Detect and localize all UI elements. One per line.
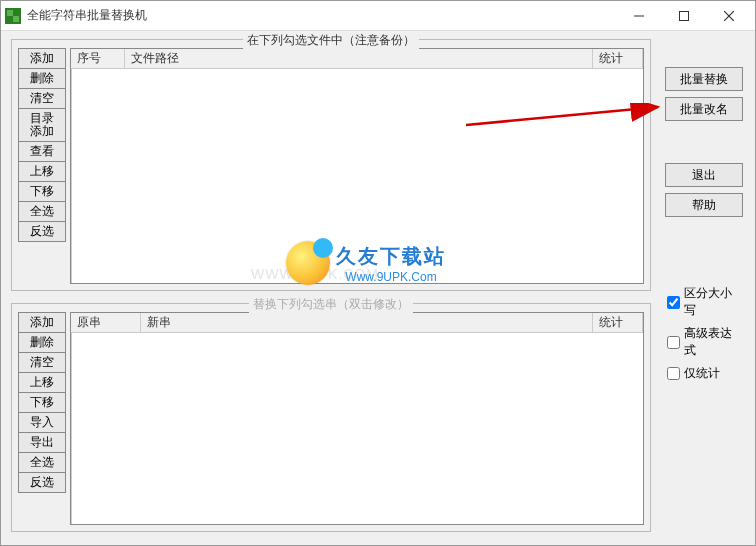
advanced-expr-label: 高级表达式 — [684, 325, 743, 359]
stat-only-input[interactable] — [667, 367, 680, 380]
right-pane: 批量替换 批量改名 退出 帮助 区分大小写 高级表达式 仅统计 — [665, 67, 743, 388]
clear-strings-button[interactable]: 清空 — [18, 352, 66, 373]
strings-panel: 添加 删除 清空 上移 下移 导入 导出 全选 反选 原串 新串 — [18, 312, 644, 525]
files-panel: 添加 删除 清空 目录 添加 查看 上移 下移 全选 反选 序号 文件路径 — [18, 48, 644, 284]
close-button[interactable] — [706, 2, 751, 30]
app-window: 全能字符串批量替换机 在下列勾选文件中（注意备份） 添加 删除 — [0, 0, 756, 546]
batch-replace-button[interactable]: 批量替换 — [665, 67, 743, 91]
import-button[interactable]: 导入 — [18, 412, 66, 433]
window-title: 全能字符串批量替换机 — [27, 7, 616, 24]
delete-file-button[interactable]: 删除 — [18, 68, 66, 89]
stat-only-label: 仅统计 — [684, 365, 720, 382]
add-string-button[interactable]: 添加 — [18, 312, 66, 333]
move-down-string-button[interactable]: 下移 — [18, 392, 66, 413]
col-seq[interactable]: 序号 — [71, 49, 125, 68]
titlebar: 全能字符串批量替换机 — [1, 1, 755, 31]
col-path[interactable]: 文件路径 — [125, 49, 593, 68]
files-list[interactable]: 序号 文件路径 统计 — [70, 48, 644, 284]
export-button[interactable]: 导出 — [18, 432, 66, 453]
files-side-buttons: 添加 删除 清空 目录 添加 查看 上移 下移 全选 反选 — [18, 48, 66, 284]
move-up-string-button[interactable]: 上移 — [18, 372, 66, 393]
client-area: 在下列勾选文件中（注意备份） 添加 删除 清空 目录 添加 查看 上移 下移 全… — [1, 31, 755, 545]
move-up-file-button[interactable]: 上移 — [18, 161, 66, 182]
files-fieldset-legend: 在下列勾选文件中（注意备份） — [243, 32, 419, 49]
strings-fieldset-legend: 替换下列勾选串（双击修改） — [249, 296, 413, 313]
delete-string-button[interactable]: 删除 — [18, 332, 66, 353]
select-all-strings-button[interactable]: 全选 — [18, 452, 66, 473]
strings-fieldset: 替换下列勾选串（双击修改） 添加 删除 清空 上移 下移 导入 导出 全选 反选 — [11, 303, 651, 532]
maximize-button[interactable] — [661, 2, 706, 30]
strings-list[interactable]: 原串 新串 统计 — [70, 312, 644, 525]
minimize-button[interactable] — [616, 2, 661, 30]
help-button[interactable]: 帮助 — [665, 193, 743, 217]
app-icon — [5, 8, 21, 24]
files-fieldset: 在下列勾选文件中（注意备份） 添加 删除 清空 目录 添加 查看 上移 下移 全… — [11, 39, 651, 291]
view-button[interactable]: 查看 — [18, 141, 66, 162]
advanced-expr-checkbox[interactable]: 高级表达式 — [667, 325, 743, 359]
strings-list-header: 原串 新串 统计 — [71, 313, 643, 333]
case-sensitive-input[interactable] — [667, 296, 680, 309]
case-sensitive-checkbox[interactable]: 区分大小写 — [667, 285, 743, 319]
move-down-file-button[interactable]: 下移 — [18, 181, 66, 202]
batch-rename-button[interactable]: 批量改名 — [665, 97, 743, 121]
files-list-body[interactable] — [71, 69, 643, 283]
stat-only-checkbox[interactable]: 仅统计 — [667, 365, 743, 382]
main-content: 在下列勾选文件中（注意备份） 添加 删除 清空 目录 添加 查看 上移 下移 全… — [11, 39, 651, 532]
strings-side-buttons: 添加 删除 清空 上移 下移 导入 导出 全选 反选 — [18, 312, 66, 525]
col-original[interactable]: 原串 — [71, 313, 141, 332]
svg-rect-1 — [679, 11, 688, 20]
invert-files-button[interactable]: 反选 — [18, 221, 66, 242]
invert-strings-button[interactable]: 反选 — [18, 472, 66, 493]
exit-button[interactable]: 退出 — [665, 163, 743, 187]
advanced-expr-input[interactable] — [667, 336, 680, 349]
col-stat[interactable]: 统计 — [593, 49, 643, 68]
window-controls — [616, 2, 751, 30]
add-folder-button[interactable]: 目录 添加 — [18, 108, 66, 142]
add-file-button[interactable]: 添加 — [18, 48, 66, 69]
col-new[interactable]: 新串 — [141, 313, 593, 332]
select-all-files-button[interactable]: 全选 — [18, 201, 66, 222]
case-sensitive-label: 区分大小写 — [684, 285, 743, 319]
strings-list-body[interactable] — [71, 333, 643, 524]
clear-files-button[interactable]: 清空 — [18, 88, 66, 109]
col-stat2[interactable]: 统计 — [593, 313, 643, 332]
files-list-header: 序号 文件路径 统计 — [71, 49, 643, 69]
